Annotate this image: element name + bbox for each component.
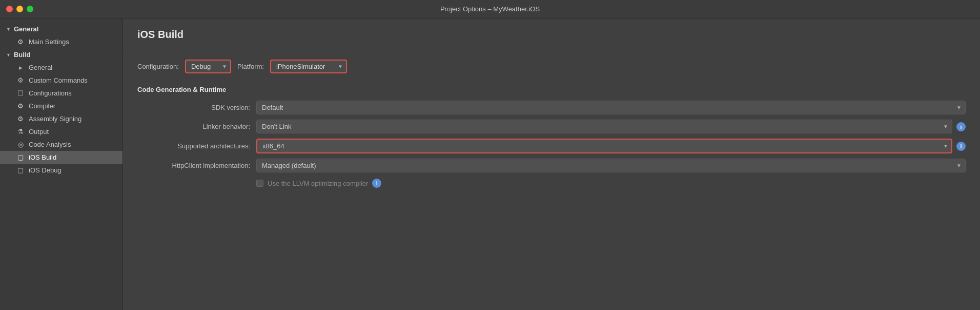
sdk-version-row: SDK version: Default ▼ <box>137 101 966 114</box>
platform-select-wrapper: iPhoneSimulator iPhone ▼ <box>270 60 347 73</box>
llvm-checkbox[interactable] <box>256 180 263 187</box>
llvm-info-button[interactable]: i <box>372 179 381 188</box>
sidebar-section-general-label: General <box>14 25 38 33</box>
platform-label: Platform: <box>237 63 264 70</box>
checkbox-icon: ☐ <box>16 89 25 97</box>
play-icon: ▶ <box>16 65 25 70</box>
code-analysis-icon: ◎ <box>16 141 25 148</box>
sidebar-section-build[interactable]: ▼ Build <box>0 48 122 61</box>
output-icon: ⚗ <box>16 128 25 135</box>
linker-info-button[interactable]: i <box>956 122 966 131</box>
chevron-down-icon: ▼ <box>6 52 11 57</box>
sidebar-item-compiler-label: Compiler <box>29 102 55 110</box>
sidebar-item-custom-commands-label: Custom Commands <box>29 76 88 84</box>
sidebar-section-general[interactable]: ▼ General <box>0 23 122 35</box>
llvm-checkbox-label: Use the LLVM optimizing compiler <box>268 180 368 187</box>
sdk-version-select[interactable]: Default <box>256 101 966 114</box>
config-label: Configuration: <box>137 63 179 70</box>
architectures-select[interactable]: x86_64 ARM64 ARMv7 <box>256 139 952 153</box>
sidebar-item-code-analysis[interactable]: ◎ Code Analysis <box>0 138 122 151</box>
httpclient-row: HttpClient implementation: Managed (defa… <box>137 159 966 172</box>
httpclient-label: HttpClient implementation: <box>137 162 250 169</box>
sidebar-item-output[interactable]: ⚗ Output <box>0 125 122 138</box>
close-button[interactable] <box>6 6 13 12</box>
ios-debug-icon: ▢ <box>16 166 25 174</box>
signing-icon: ⚙ <box>16 115 25 123</box>
architectures-control: x86_64 ARM64 ARMv7 ▼ i <box>256 139 966 153</box>
sidebar-item-custom-commands[interactable]: ⚙ Custom Commands <box>0 74 122 87</box>
sidebar-item-ios-build-label: iOS Build <box>29 153 56 161</box>
sdk-version-control: Default ▼ <box>256 101 966 114</box>
content-area: iOS Build Configuration: Debug Release ▼… <box>123 18 980 310</box>
sidebar-item-output-label: Output <box>29 128 49 135</box>
architectures-label: Supported architectures: <box>137 142 250 150</box>
configuration-select[interactable]: Debug Release <box>185 60 231 73</box>
gear-icon: ⚙ <box>16 76 25 84</box>
ios-build-icon: ▢ <box>16 153 25 161</box>
maximize-button[interactable] <box>27 6 33 12</box>
sidebar-item-main-settings-label: Main Settings <box>29 38 69 46</box>
architectures-dropdown-wrapper: x86_64 ARM64 ARMv7 ▼ <box>256 139 952 153</box>
sidebar-item-code-analysis-label: Code Analysis <box>29 141 71 148</box>
sidebar-item-build-general-label: General <box>29 64 52 71</box>
compiler-icon: ⚙ <box>16 102 25 110</box>
main-layout: ▼ General ⚙ Main Settings ▼ Build ▶ Gene… <box>0 18 980 310</box>
sdk-version-label: SDK version: <box>137 104 250 111</box>
sidebar-section-build-label: Build <box>14 51 31 59</box>
linker-behavior-control: Don't Link Link Framework SDKs Only Link… <box>256 120 966 133</box>
linker-behavior-row: Linker behavior: Don't Link Link Framewo… <box>137 120 966 133</box>
sidebar-item-ios-debug-label: iOS Debug <box>29 166 62 174</box>
sidebar-item-main-settings[interactable]: ⚙ Main Settings <box>0 35 122 48</box>
chevron-down-icon: ▼ <box>6 27 11 32</box>
sidebar-item-assembly-signing-label: Assembly Signing <box>29 115 81 123</box>
titlebar: Project Options – MyWeather.iOS <box>0 0 980 18</box>
minimize-button[interactable] <box>16 6 23 12</box>
content-header: iOS Build <box>123 18 980 49</box>
sdk-version-dropdown-wrapper: Default ▼ <box>256 101 966 114</box>
window-title: Project Options – MyWeather.iOS <box>440 5 540 13</box>
httpclient-control: Managed (default) CFNetwork NSUrlSession… <box>256 159 966 172</box>
configuration-select-wrapper: Debug Release ▼ <box>185 60 231 73</box>
sidebar-item-compiler[interactable]: ⚙ Compiler <box>0 100 122 112</box>
sidebar-item-ios-build[interactable]: ▢ iOS Build <box>0 151 122 164</box>
architectures-info-button[interactable]: i <box>956 142 966 151</box>
llvm-checkbox-row: Use the LLVM optimizing compiler i <box>137 179 966 188</box>
platform-select[interactable]: iPhoneSimulator iPhone <box>270 60 347 73</box>
config-bar: Configuration: Debug Release ▼ Platform:… <box>137 60 966 73</box>
sidebar-item-assembly-signing[interactable]: ⚙ Assembly Signing <box>0 112 122 125</box>
sidebar-item-ios-debug[interactable]: ▢ iOS Debug <box>0 164 122 177</box>
gear-icon: ⚙ <box>16 38 25 46</box>
sidebar-item-configurations[interactable]: ☐ Configurations <box>0 87 122 100</box>
linker-behavior-dropdown-wrapper: Don't Link Link Framework SDKs Only Link… <box>256 120 952 133</box>
window-controls <box>6 6 33 12</box>
section-heading: Code Generation & Runtime <box>137 86 966 93</box>
architectures-row: Supported architectures: x86_64 ARM64 AR… <box>137 139 966 153</box>
sidebar-item-configurations-label: Configurations <box>29 89 72 97</box>
httpclient-dropdown-wrapper: Managed (default) CFNetwork NSUrlSession… <box>256 159 966 172</box>
httpclient-select[interactable]: Managed (default) CFNetwork NSUrlSession <box>256 159 966 172</box>
linker-behavior-label: Linker behavior: <box>137 123 250 130</box>
page-title: iOS Build <box>137 29 183 40</box>
sidebar: ▼ General ⚙ Main Settings ▼ Build ▶ Gene… <box>0 18 123 310</box>
content-body: Configuration: Debug Release ▼ Platform:… <box>123 49 980 198</box>
linker-behavior-select[interactable]: Don't Link Link Framework SDKs Only Link… <box>256 120 952 133</box>
sidebar-item-build-general[interactable]: ▶ General <box>0 61 122 74</box>
